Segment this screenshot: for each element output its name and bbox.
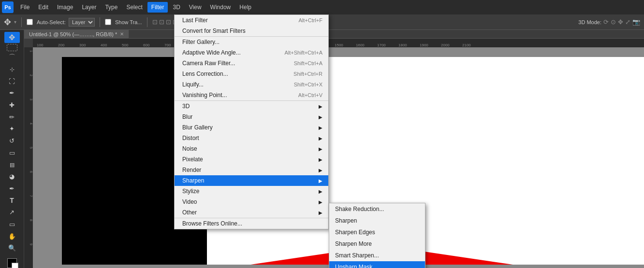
filter-liquify-shortcut: Shift+Ctrl+X	[294, 82, 322, 87]
filter-vanishing-point[interactable]: Vanishing Point... Alt+Ctrl+V	[175, 90, 328, 100]
filter-gallery[interactable]: Filter Gallery...	[175, 37, 328, 47]
filter-noise[interactable]: Noise ▶	[175, 143, 328, 154]
menu-filter[interactable]: Filter	[147, 2, 168, 13]
filter-blur-arrow: ▶	[319, 114, 322, 120]
filter-liquify[interactable]: Liquify... Shift+Ctrl+X	[175, 79, 328, 90]
3d-slide-icon[interactable]: ⤢	[625, 18, 630, 26]
3d-pan-icon[interactable]: ✥	[618, 18, 623, 26]
menu-window[interactable]: Window	[206, 2, 235, 13]
ps-logo: Ps	[2, 1, 14, 13]
dodge-tool[interactable]: ◕	[4, 171, 20, 182]
path-select-tool[interactable]: ↗	[4, 207, 20, 218]
move-tool[interactable]: ✥	[4, 32, 20, 43]
clone-tool[interactable]: ✦	[4, 124, 20, 135]
pen-tool[interactable]: ✒	[4, 183, 20, 194]
menu-3d[interactable]: 3D	[169, 2, 184, 13]
filter-stylize[interactable]: Stylize ▶	[175, 186, 328, 197]
filter-blur-gallery-arrow: ▶	[319, 125, 322, 130]
auto-select-checkbox[interactable]	[27, 19, 33, 25]
foreground-color[interactable]	[7, 258, 17, 268]
filter-render[interactable]: Render ▶	[175, 165, 328, 175]
background-color[interactable]	[12, 263, 18, 268]
sharpen-smart-sharpen[interactable]: Smart Sharpen...	[329, 250, 425, 261]
align-center-h-icon[interactable]: ⊡	[159, 18, 164, 26]
sharpen-edges-label: Sharpen Edges	[335, 229, 375, 236]
filter-blur-gallery[interactable]: Blur Gallery ▶	[175, 122, 328, 133]
ruler-mark: 1700	[377, 43, 398, 47]
brush-tool[interactable]: ✏	[4, 112, 20, 123]
menu-edit[interactable]: Edit	[34, 2, 52, 13]
menu-layer[interactable]: Layer	[78, 2, 100, 13]
filter-section-1: Last Filter Alt+Ctrl+F Convert for Smart…	[175, 15, 328, 37]
filter-other[interactable]: Other ▶	[175, 207, 328, 218]
sharpen-shake-reduction-label: Shake Reduction...	[335, 206, 384, 212]
filter-browse[interactable]: Browse Filters Online...	[175, 218, 328, 229]
lasso-tool[interactable]: ⌒	[4, 52, 20, 63]
eraser-tool[interactable]: ▭	[4, 147, 20, 158]
heal-tool[interactable]: ✚	[4, 99, 20, 111]
crop-tool[interactable]: ⛶	[4, 76, 20, 87]
3d-rotate-icon[interactable]: ⟳	[603, 18, 609, 26]
filter-last-filter[interactable]: Last Filter Alt+Ctrl+F	[175, 15, 328, 26]
filter-distort-label: Distort	[182, 135, 319, 141]
selection-tool[interactable]	[7, 44, 17, 51]
hand-tool[interactable]: ✋	[4, 231, 20, 242]
filter-pixelate-arrow: ▶	[319, 157, 322, 162]
sharpen-sharpen[interactable]: Sharpen	[329, 215, 425, 226]
filter-video-label: Video	[182, 198, 319, 205]
gradient-tool[interactable]: ▤	[4, 159, 20, 170]
filter-3d[interactable]: 3D ▶	[175, 101, 328, 112]
layer-select[interactable]: Layer	[69, 18, 95, 27]
filter-lens-correction[interactable]: Lens Correction... Shift+Ctrl+R	[175, 69, 328, 79]
menu-help[interactable]: Help	[235, 2, 255, 13]
tab-bar: Untitled-1 @ 50% (—…….., RGB/8) * ✕	[24, 30, 644, 39]
sharpen-unsharp-mask[interactable]: Unsharp Mask...	[329, 261, 425, 268]
menu-select[interactable]: Select	[122, 2, 146, 13]
filter-section-4: Browse Filters Online...	[175, 218, 328, 229]
filter-camera-raw-shortcut: Shift+Ctrl+A	[294, 60, 322, 66]
divider1	[21, 17, 22, 27]
menu-type[interactable]: Type	[101, 2, 121, 13]
type-tool[interactable]: T	[4, 195, 20, 206]
3d-orbit-icon[interactable]: ⊙	[611, 18, 616, 26]
menu-view[interactable]: View	[185, 2, 205, 13]
eyedropper-tool[interactable]: ✒	[4, 88, 20, 99]
history-brush-tool[interactable]: ↺	[4, 135, 20, 146]
shape-tool[interactable]: ▭	[4, 219, 20, 230]
filter-distort[interactable]: Distort ▶	[175, 133, 328, 143]
sharpen-more-label: Sharpen More	[335, 240, 372, 247]
ruler-mark: 400	[101, 43, 122, 47]
move-tool-icon[interactable]: ✥	[4, 17, 11, 28]
red-shape	[207, 245, 644, 265]
filter-blur-gallery-label: Blur Gallery	[182, 124, 319, 131]
3d-mode-label: 3D Mode:	[578, 19, 601, 25]
close-tab-button[interactable]: ✕	[120, 31, 124, 37]
filter-video[interactable]: Video ▶	[175, 197, 328, 207]
sharpen-edges[interactable]: Sharpen Edges	[329, 226, 425, 238]
filter-smart-filters[interactable]: Convert for Smart Filters	[175, 26, 328, 36]
vertical-ruler: 1 2 3 4 5 6 7 8 9	[24, 47, 33, 268]
ruler-mark-v: 1	[24, 49, 33, 73]
show-transform-checkbox[interactable]	[105, 19, 111, 25]
filter-section-2: Filter Gallery... Adaptive Wide Angle...…	[175, 37, 328, 101]
filter-adaptive-wide[interactable]: Adaptive Wide Angle... Alt+Shift+Ctrl+A	[175, 47, 328, 58]
zoom-tool[interactable]: 🔍	[4, 242, 20, 254]
menu-file[interactable]: File	[16, 2, 33, 13]
sharpen-unsharp-mask-label: Unsharp Mask...	[335, 264, 377, 268]
quick-select-tool[interactable]: ⊹	[4, 64, 20, 75]
sharpen-shake-reduction[interactable]: Shake Reduction...	[329, 203, 425, 215]
filter-blur[interactable]: Blur ▶	[175, 112, 328, 122]
ruler-mark-v: 7	[24, 194, 33, 218]
menu-image[interactable]: Image	[53, 2, 77, 13]
filter-sharpen[interactable]: Sharpen ▶	[175, 175, 328, 186]
align-left-icon[interactable]: ⊡	[152, 18, 158, 26]
align-right-icon[interactable]: ⊡	[166, 18, 171, 26]
filter-smart-filters-label: Convert for Smart Filters	[182, 28, 322, 34]
filter-camera-raw[interactable]: Camera Raw Filter... Shift+Ctrl+A	[175, 58, 328, 69]
ruler-mark: 1500	[335, 43, 356, 47]
filter-pixelate[interactable]: Pixelate ▶	[175, 154, 328, 165]
sharpen-more[interactable]: Sharpen More	[329, 238, 425, 250]
ruler-mark: 600	[143, 43, 164, 47]
3d-camera-icon[interactable]: 📷	[632, 18, 640, 26]
doc-tab[interactable]: Untitled-1 @ 50% (—…….., RGB/8) * ✕	[24, 30, 129, 39]
